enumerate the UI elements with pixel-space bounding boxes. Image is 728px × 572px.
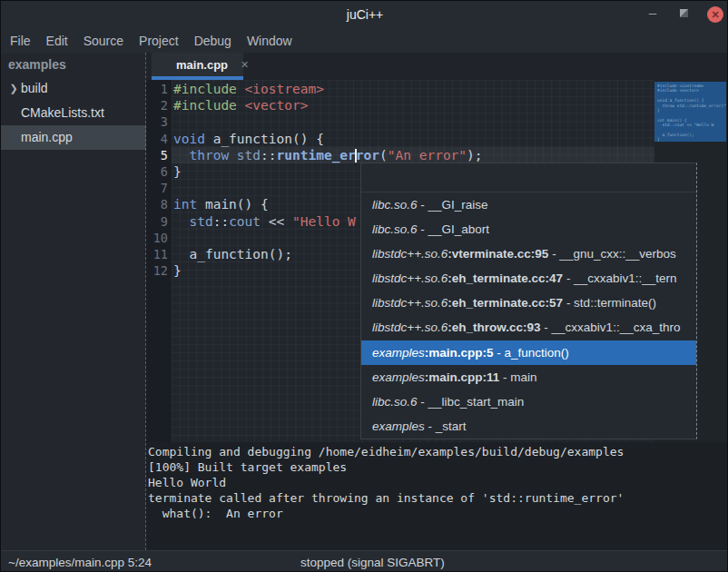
code-line: 2 #include <vector>: [146, 97, 654, 113]
code-token: cout: [229, 214, 261, 229]
backtrace-row[interactable]: examples - _start: [361, 414, 696, 439]
tab-main-cpp[interactable]: main.cpp ✕: [152, 53, 243, 80]
code-token: <iostream>: [245, 82, 324, 96]
close-button[interactable]: ✕: [707, 6, 723, 23]
line-number: 3: [146, 113, 170, 130]
code-line: 1 #include <iostream>: [146, 81, 654, 97]
code-line: 3: [146, 113, 654, 130]
line-number: 5: [146, 147, 170, 163]
file-tree-sidebar: examples ❯ build CMakeLists.txt main.cpp: [1, 53, 146, 550]
line-number: 2: [146, 97, 170, 113]
sidebar-item-label: CMakeLists.txt: [21, 101, 104, 125]
menu-edit[interactable]: Edit: [46, 34, 68, 48]
code-line-current: 5 throw std::runtime_error("An error");: [146, 147, 654, 163]
line-number: 12: [146, 262, 170, 279]
chevron-right-icon[interactable]: ❯: [6, 76, 21, 101]
pane-separator[interactable]: [145, 53, 146, 550]
menu-window[interactable]: Window: [247, 34, 292, 48]
backtrace-row[interactable]: examples:main.cpp:11 - main: [361, 365, 696, 390]
status-debug-state: stopped (signal SIGABRT): [300, 551, 445, 572]
code-token: ror: [356, 148, 379, 163]
restore-button[interactable]: [680, 9, 688, 17]
code-token: #include: [173, 82, 237, 96]
menu-project[interactable]: Project: [139, 34, 179, 48]
code-token: "An error": [388, 148, 467, 163]
line-number: 1: [146, 81, 170, 97]
code-token: "Hello W: [292, 214, 356, 229]
terminal-text: Compiling and debugging /home/eidheim/ex…: [146, 442, 728, 521]
status-bar: ~/examples/main.cpp 5:24 stopped (signal…: [1, 550, 728, 572]
line-number: 8: [146, 196, 170, 212]
backtrace-row[interactable]: libstdc++.so.6:eh_terminate.cc:57 - std:…: [361, 291, 696, 315]
project-name: examples: [1, 53, 146, 76]
code-token: int: [173, 197, 197, 212]
backtrace-row[interactable]: libc.so.6 - __libc_start_main: [361, 390, 696, 414]
line-number: 11: [146, 246, 170, 262]
sidebar-item-cmakelists[interactable]: CMakeLists.txt: [1, 101, 146, 125]
code-token: #include: [173, 98, 237, 113]
line-number: 7: [146, 180, 170, 196]
backtrace-row[interactable]: libstdc++.so.6:vterminate.cc:95 - __gnu_…: [361, 242, 696, 266]
line-number: 4: [146, 131, 170, 147]
code-preview-text: #include <iostream> #include <vector> vo…: [654, 82, 726, 142]
code-token: runtime_er: [277, 148, 356, 163]
backtrace-popup: libc.so.6 - __GI_raise libc.so.6 - __GI_…: [360, 163, 697, 439]
menu-file[interactable]: File: [10, 34, 31, 48]
title-bar[interactable]: juCi++ – ✕: [1, 1, 728, 28]
menu-source[interactable]: Source: [84, 34, 123, 48]
sidebar-item-label: build: [21, 76, 48, 101]
terminal-output[interactable]: Compiling and debugging /home/eidheim/ex…: [146, 442, 728, 550]
tab-label: main.cpp: [176, 58, 228, 72]
code-token: throw: [189, 148, 229, 163]
code-token: std: [237, 148, 261, 163]
tab-close-icon[interactable]: ✕: [241, 59, 249, 71]
code-token: void: [173, 132, 205, 146]
backtrace-row-empty[interactable]: [361, 163, 696, 192]
tab-bar: main.cpp ✕: [146, 53, 728, 80]
backtrace-row[interactable]: libstdc++.so.6:eh_terminate.cc:47 - __cx…: [361, 266, 696, 291]
line-number: 6: [146, 163, 170, 180]
line-number: 9: [146, 213, 170, 230]
menu-bar: File Edit Source Project Debug Window: [1, 28, 728, 53]
window-title: juCi++: [1, 1, 728, 28]
backtrace-row[interactable]: libstdc++.so.6:eh_throw.cc:93 - __cxxabi…: [361, 315, 696, 340]
sidebar-item-build[interactable]: ❯ build: [1, 76, 146, 101]
menu-debug[interactable]: Debug: [194, 34, 231, 48]
sidebar-item-label: main.cpp: [21, 125, 73, 150]
minimize-button[interactable]: –: [644, 4, 662, 22]
backtrace-row[interactable]: libc.so.6 - __GI_raise: [361, 192, 696, 217]
status-file-location: ~/examples/main.cpp 5:24: [8, 551, 152, 572]
sidebar-item-main-cpp[interactable]: main.cpp: [1, 125, 146, 150]
backtrace-row[interactable]: libc.so.6 - __GI_abort: [361, 217, 696, 242]
code-line: 4 void a_function() {: [146, 131, 654, 147]
line-number: 10: [146, 230, 170, 246]
code-token: <vector>: [245, 98, 309, 113]
code-preview-tooltip: #include <iostream> #include <vector> vo…: [654, 82, 726, 142]
app-window: juCi++ – ✕ File Edit Source Project Debu…: [0, 0, 728, 572]
backtrace-row-selected[interactable]: examples:main.cpp:5 - a_function(): [361, 340, 696, 365]
code-token: std: [189, 214, 212, 229]
